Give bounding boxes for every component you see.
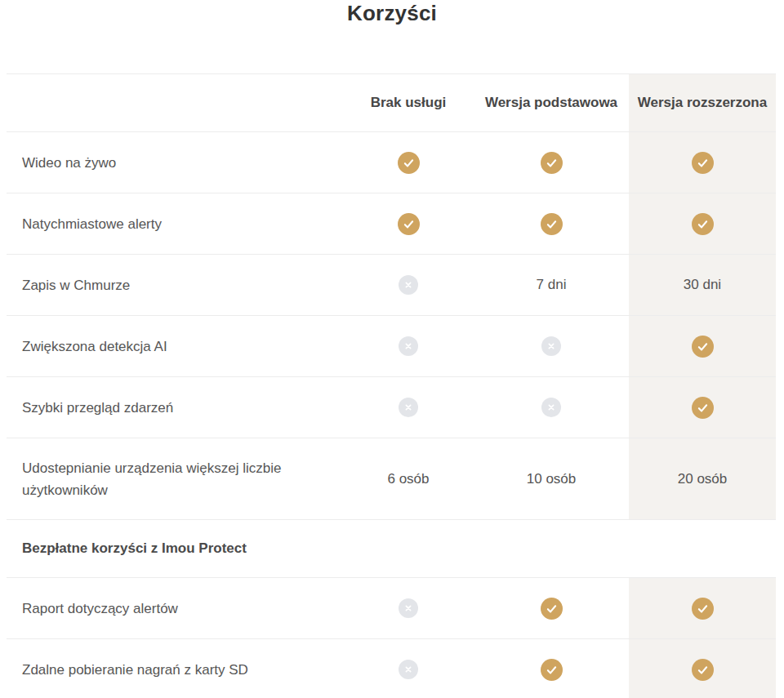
feature-label-cell: Wideo na żywo — [7, 132, 343, 193]
page-title: Korzyści — [0, 0, 784, 26]
value-cell — [474, 578, 629, 638]
table-body: Wideo na żywoNatychmiastowe alertyZapis … — [7, 132, 776, 698]
value-cell — [474, 639, 629, 698]
table-row: Wideo na żywo — [7, 132, 776, 193]
value-cell: 6 osób — [343, 438, 474, 519]
cross-icon — [399, 598, 418, 618]
cross-icon — [399, 398, 418, 417]
value-cell — [629, 316, 776, 376]
header-cell-no-service: Brak usługi — [343, 74, 474, 131]
feature-label-cell: Udostepnianie urządzenia większej liczbi… — [7, 438, 343, 519]
value-cell — [629, 132, 776, 193]
value-cell — [474, 316, 629, 376]
value-cell: 7 dni — [474, 255, 629, 315]
table-row: Zdalne pobieranie nagrań z karty SD — [7, 639, 776, 698]
value-cell — [474, 193, 629, 254]
table-header-row: Brak usługi Wersja podstawowa Wersja roz… — [7, 74, 776, 132]
feature-label-cell: Zapis w Chmurze — [7, 255, 343, 315]
feature-label: Zdalne pobieranie nagrań z karty SD — [22, 659, 248, 681]
cross-icon — [541, 398, 561, 417]
feature-label-cell: Natychmiastowe alerty — [7, 193, 343, 254]
table-row: Zwiększona detekcja AI — [7, 316, 776, 377]
table-row: Natychmiastowe alerty — [7, 193, 776, 255]
value-cell — [629, 639, 776, 698]
feature-label: Raport dotyczący alertów — [22, 598, 178, 620]
check-icon — [692, 152, 714, 174]
table-row: Zapis w Chmurze7 dni30 dni — [7, 255, 776, 316]
feature-label-cell: Szybki przegląd zdarzeń — [7, 377, 343, 438]
feature-label-cell: Zwiększona detekcja AI — [7, 316, 343, 376]
header-cell-extended-version: Wersja rozszerzona — [629, 74, 776, 131]
value-cell — [343, 132, 474, 193]
check-icon — [541, 213, 563, 235]
feature-label: Szybki przegląd zdarzeń — [22, 397, 173, 419]
cross-icon — [399, 336, 418, 356]
check-icon — [541, 598, 563, 620]
value-cell — [474, 377, 629, 438]
cross-icon — [541, 336, 561, 356]
table-section-row: Bezpłatne korzyści z Imou Protect — [7, 520, 776, 578]
table-row: Raport dotyczący alertów — [7, 578, 776, 639]
check-icon — [398, 213, 420, 235]
value-text: 20 osób — [678, 471, 728, 487]
header-cell-basic-version: Wersja podstawowa — [474, 74, 629, 131]
check-icon — [692, 336, 714, 358]
check-icon — [692, 213, 714, 235]
value-cell — [343, 639, 474, 698]
value-cell: 20 osób — [629, 438, 776, 519]
value-cell: 30 dni — [629, 255, 776, 315]
feature-label: Zwiększona detekcja AI — [22, 336, 167, 358]
value-text: 6 osób — [387, 471, 429, 487]
benefits-page: Korzyści Brak usługi Wersja podstawowa W… — [0, 0, 784, 698]
check-icon — [692, 397, 714, 419]
feature-label: Udostepnianie urządzenia większej liczbi… — [22, 457, 308, 501]
value-text: 30 dni — [684, 277, 721, 293]
check-icon — [692, 598, 714, 620]
header-cell-empty — [7, 74, 343, 131]
value-cell — [629, 377, 776, 438]
value-cell — [629, 578, 776, 638]
benefits-comparison-table: Brak usługi Wersja podstawowa Wersja roz… — [7, 73, 776, 698]
value-cell — [629, 193, 776, 254]
cross-icon — [399, 275, 418, 295]
value-text: 7 dni — [537, 277, 567, 293]
feature-label-cell: Raport dotyczący alertów — [7, 578, 343, 638]
feature-label: Wideo na żywo — [22, 152, 116, 174]
value-cell — [343, 316, 474, 376]
check-icon — [692, 659, 714, 681]
table-row: Udostepnianie urządzenia większej liczbi… — [7, 438, 776, 520]
feature-label: Natychmiastowe alerty — [22, 213, 162, 235]
feature-label-cell: Zdalne pobieranie nagrań z karty SD — [7, 639, 343, 698]
value-cell: 10 osób — [474, 438, 629, 519]
feature-label: Zapis w Chmurze — [22, 274, 130, 296]
value-cell — [343, 193, 474, 254]
check-icon — [541, 659, 563, 681]
cross-icon — [399, 660, 418, 679]
value-cell — [343, 377, 474, 438]
value-cell — [343, 578, 474, 638]
value-text: 10 osób — [527, 471, 577, 487]
table-row: Szybki przegląd zdarzeń — [7, 377, 776, 438]
check-icon — [398, 152, 420, 174]
value-cell — [474, 132, 629, 193]
section-title: Bezpłatne korzyści z Imou Protect — [7, 540, 776, 557]
check-icon — [541, 152, 563, 174]
value-cell — [343, 255, 474, 315]
